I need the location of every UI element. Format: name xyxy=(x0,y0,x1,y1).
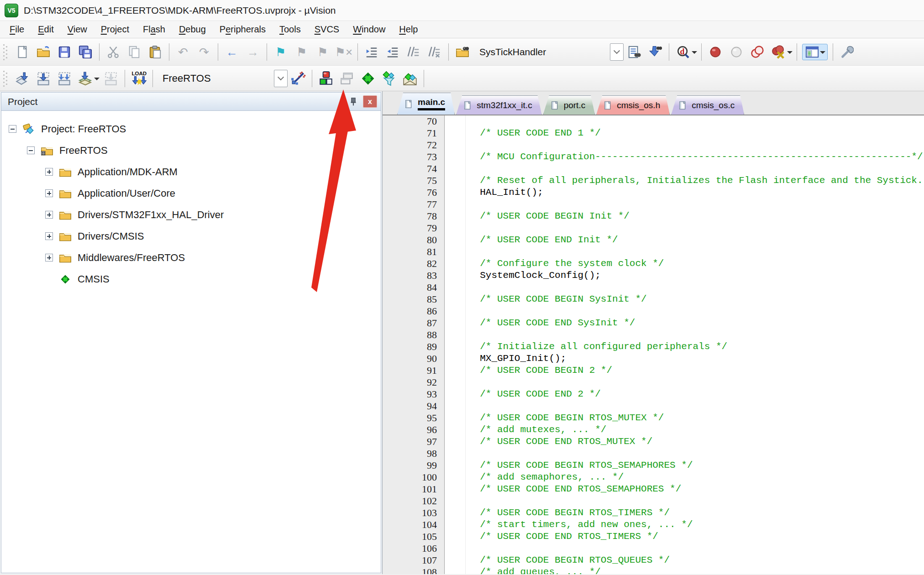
breakpoint-margin[interactable] xyxy=(445,448,466,460)
code-line[interactable]: 97 /* USER CODE END RTOS_MUTEX */ xyxy=(383,436,924,448)
breakpoint-margin[interactable] xyxy=(445,151,466,163)
code-line[interactable]: 96 /* add mutexes, ... */ xyxy=(383,424,924,436)
code-line[interactable]: 108 /* add queues, ... */ xyxy=(383,566,924,574)
code-line[interactable]: 98 xyxy=(383,448,924,460)
tab-main-c[interactable]: main.c xyxy=(397,93,455,115)
tab-port-c[interactable]: port.c xyxy=(543,95,595,115)
breakpoint-margin[interactable] xyxy=(445,234,466,246)
breakpoint-margin[interactable] xyxy=(445,353,466,365)
code-line[interactable]: 88 xyxy=(383,329,924,341)
dropdown-caret-icon[interactable] xyxy=(94,78,100,83)
breakpoint-margin[interactable] xyxy=(445,412,466,424)
code-editor[interactable]: 7071 /* USER CODE END 1 */7273 /* MCU Co… xyxy=(383,115,924,574)
code-line[interactable]: 85 /* USER CODE BEGIN SysInit */ xyxy=(383,293,924,305)
breakpoint-margin[interactable] xyxy=(445,282,466,293)
insert-remove-breakpoint-button[interactable] xyxy=(705,42,726,62)
menu-project[interactable]: Project xyxy=(94,22,136,37)
code-line[interactable]: 78 /* USER CODE BEGIN Init */ xyxy=(383,210,924,222)
window-layout-button[interactable] xyxy=(802,44,828,60)
auto-hide-pin-button[interactable] xyxy=(346,95,360,108)
cut-button[interactable] xyxy=(103,42,124,62)
code-line[interactable]: 82 /* Configure the system clock */ xyxy=(383,258,924,270)
code-line[interactable]: 94 xyxy=(383,400,924,412)
open-file-button[interactable] xyxy=(33,42,54,62)
build-target-button[interactable] xyxy=(33,69,54,88)
code-line[interactable]: 100 /* add semaphores, ... */ xyxy=(383,471,924,483)
breakpoint-margin[interactable] xyxy=(445,222,466,234)
new-file-button[interactable] xyxy=(12,42,33,62)
expand-icon[interactable] xyxy=(45,211,53,219)
tree-item-middlewares-freertos[interactable]: Middlewares/FreeRTOS xyxy=(1,247,381,268)
code-line[interactable]: 93 /* USER CODE END 2 */ xyxy=(383,388,924,400)
code-line[interactable]: 84 xyxy=(383,282,924,293)
breakpoint-margin[interactable] xyxy=(445,424,466,436)
enable-disable-breakpoint-button[interactable] xyxy=(726,42,747,62)
code-line[interactable]: 83 SystemClock_Config(); xyxy=(383,270,924,282)
expand-icon[interactable] xyxy=(45,254,53,261)
code-line[interactable]: 72 xyxy=(383,139,924,151)
options-for-target-button[interactable] xyxy=(288,69,309,88)
translate-file-button[interactable] xyxy=(12,69,33,88)
code-line[interactable]: 70 xyxy=(383,115,924,127)
code-line[interactable]: 92 xyxy=(383,376,924,388)
indent-button[interactable] xyxy=(361,42,382,62)
bookmark-clear-all-button[interactable]: ⚑× xyxy=(333,42,354,62)
batch-build-button[interactable] xyxy=(75,69,96,88)
breakpoint-margin[interactable] xyxy=(445,246,466,258)
code-line[interactable]: 81 xyxy=(383,246,924,258)
rebuild-all-button[interactable] xyxy=(54,69,75,88)
breakpoint-margin[interactable] xyxy=(445,400,466,412)
code-line[interactable]: 86 xyxy=(383,305,924,317)
breakpoint-margin[interactable] xyxy=(445,436,466,448)
find-button[interactable] xyxy=(624,42,645,62)
bookmark-next-button[interactable]: ⚑ xyxy=(312,42,333,62)
breakpoint-margin[interactable] xyxy=(445,388,466,400)
debug-find-button[interactable]: d xyxy=(672,42,693,62)
breakpoint-margin[interactable] xyxy=(445,495,466,507)
breakpoint-margin[interactable] xyxy=(445,115,466,127)
menu-peripherals[interactable]: Peripherals xyxy=(213,22,273,37)
code-line[interactable]: 99 /* USER CODE BEGIN RTOS_SEMAPHORES */ xyxy=(383,460,924,471)
code-line[interactable]: 73 /* MCU Configuration-----------------… xyxy=(383,151,924,163)
bookmark-previous-button[interactable]: ⚑ xyxy=(291,42,312,62)
breakpoint-margin[interactable] xyxy=(445,329,466,341)
breakpoint-margin[interactable] xyxy=(445,258,466,270)
select-software-packs-button[interactable] xyxy=(378,69,399,88)
start-stop-debug-session-button[interactable] xyxy=(315,69,336,88)
code-line[interactable]: 76 HAL_Init(); xyxy=(383,187,924,199)
save-file-button[interactable] xyxy=(54,42,75,62)
menu-svcs[interactable]: SVCS xyxy=(308,22,346,37)
code-line[interactable]: 89 /* Initialize all configured peripher… xyxy=(383,341,924,353)
disable-all-breakpoints-button[interactable] xyxy=(747,42,768,62)
breakpoint-margin[interactable] xyxy=(445,317,466,329)
breakpoint-margin[interactable] xyxy=(445,471,466,483)
breakpoint-margin[interactable] xyxy=(445,543,466,554)
expand-icon[interactable] xyxy=(45,189,53,197)
function-combo-dropdown-button[interactable] xyxy=(610,43,624,61)
toolbar-grip[interactable] xyxy=(3,43,8,61)
bookmark-toggle-button[interactable]: ⚑ xyxy=(270,42,291,62)
code-line[interactable]: 80 /* USER CODE END Init */ xyxy=(383,234,924,246)
dropdown-caret-icon[interactable] xyxy=(820,51,825,57)
breakpoint-margin[interactable] xyxy=(445,293,466,305)
code-line[interactable]: 95 /* USER CODE BEGIN RTOS_MUTEX */ xyxy=(383,412,924,424)
menu-flash[interactable]: Flash xyxy=(136,22,172,37)
tree-item-cmsis[interactable]: CMSIS xyxy=(1,268,381,290)
menu-debug[interactable]: Debug xyxy=(172,22,213,37)
code-line[interactable]: 77 xyxy=(383,199,924,210)
code-line[interactable]: 87 /* USER CODE END SysInit */ xyxy=(383,317,924,329)
paste-button[interactable] xyxy=(145,42,166,62)
comment-selection-button[interactable] xyxy=(403,42,424,62)
expand-icon[interactable] xyxy=(45,232,53,240)
menu-edit[interactable]: Edit xyxy=(31,22,60,37)
tree-item-drivers-stm32f1xx-hal-driver[interactable]: Drivers/STM32F1xx_HAL_Driver xyxy=(1,204,381,225)
code-line[interactable]: 91 /* USER CODE BEGIN 2 */ xyxy=(383,365,924,376)
save-all-button[interactable] xyxy=(75,42,96,62)
code-line[interactable]: 75 /* Reset of all peripherals, Initiali… xyxy=(383,175,924,187)
breakpoint-margin[interactable] xyxy=(445,199,466,210)
code-line[interactable]: 103 /* USER CODE BEGIN RTOS_TIMERS */ xyxy=(383,507,924,519)
breakpoint-margin[interactable] xyxy=(445,305,466,317)
code-line[interactable]: 102 xyxy=(383,495,924,507)
navigate-back-button[interactable]: ← xyxy=(221,42,242,62)
tree-item-application-mdk-arm[interactable]: Application/MDK-ARM xyxy=(1,161,381,183)
